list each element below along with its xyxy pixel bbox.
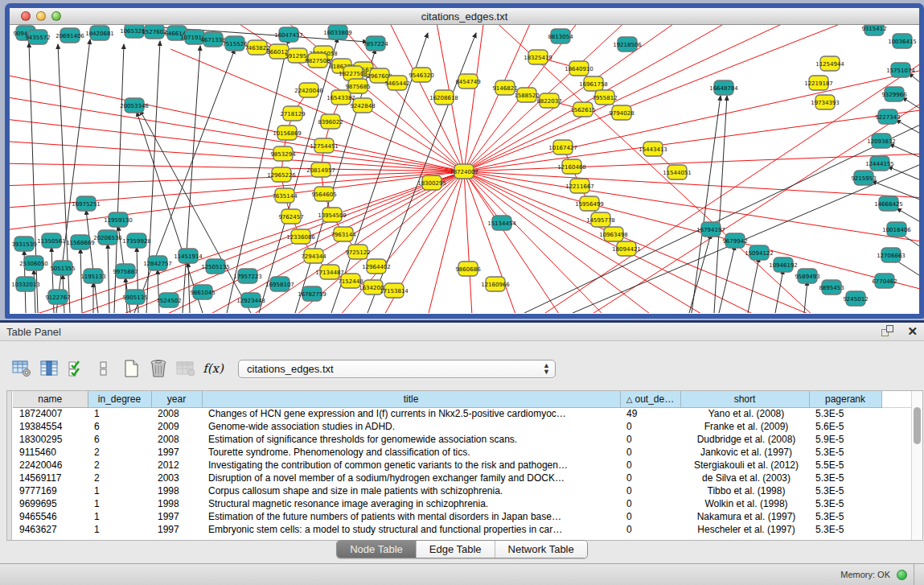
graph-node[interactable]: 9853294 <box>270 146 296 161</box>
graph-node[interactable]: 9762457 <box>278 209 303 224</box>
table-row[interactable]: 2242004622012Investigating the contribut… <box>13 459 918 472</box>
column-select-icon[interactable] <box>35 356 63 381</box>
graph-node[interactable]: 9227343 <box>875 109 900 124</box>
column-header-name[interactable]: name <box>13 391 88 407</box>
graph-node[interactable]: 12093832 <box>867 134 896 148</box>
graph-node[interactable]: 10036415 <box>888 34 917 48</box>
graph-node[interactable]: 19734393 <box>811 95 840 109</box>
graph-node[interactable]: 12219187 <box>804 76 833 90</box>
graph-node[interactable]: 9546320 <box>409 68 433 82</box>
graph-node[interactable]: 8895453 <box>819 280 844 295</box>
table-row[interactable]: 969969511998Structural magnetic resonanc… <box>13 497 918 510</box>
graph-node[interactable]: 18094421 <box>612 241 641 256</box>
graph-node[interactable]: 8396022 <box>318 114 343 129</box>
graph-node[interactable]: 8822037 <box>536 93 561 108</box>
network-canvas[interactable]: 9094428 9435572 20691406 18420681 106532… <box>10 25 919 313</box>
graph-node[interactable]: 12160468 <box>557 159 586 174</box>
graph-node[interactable]: 7515526 <box>222 36 248 51</box>
graph-node[interactable]: 7955812 <box>592 90 617 105</box>
graph-node[interactable]: 22420046 <box>294 83 323 97</box>
graph-node[interactable]: 10167427 <box>548 140 577 154</box>
graph-node[interactable]: 8454749 <box>455 74 480 89</box>
graph-node[interactable]: 15134454 <box>487 216 516 230</box>
graph-node[interactable]: 5051355 <box>50 261 75 275</box>
table-row[interactable]: 1938455462009Genome-wide association stu… <box>13 420 918 433</box>
float-panel-icon[interactable] <box>881 325 896 338</box>
graph-node[interactable]: 16033809 <box>323 25 352 39</box>
graph-node[interactable]: 2718129 <box>280 106 305 121</box>
table-row[interactable]: 911546021997Tourette syndrome. Phenomeno… <box>13 446 918 459</box>
graph-node[interactable]: 9329966 <box>881 87 907 101</box>
graph-node[interactable]: 18300295 <box>417 175 446 190</box>
graph-node[interactable]: 1195133 <box>80 269 105 283</box>
graph-node[interactable]: 7294344 <box>301 249 326 263</box>
table-mode-icon[interactable] <box>8 356 35 381</box>
graph-node[interactable]: 16782759 <box>298 286 326 301</box>
graph-node[interactable]: 10018406 <box>882 222 911 237</box>
column-header-year[interactable]: year <box>151 391 202 407</box>
graph-node[interactable]: 9975887 <box>113 264 138 278</box>
tab-network-table[interactable]: Network Table <box>495 541 587 558</box>
new-column-icon[interactable] <box>117 356 145 381</box>
graph-node[interactable]: 6770462 <box>872 274 897 288</box>
graph-node[interactable]: 9861045 <box>190 285 215 299</box>
graph-node[interactable]: 15094122 <box>745 245 774 260</box>
graph-node[interactable]: 17134487 <box>315 265 344 279</box>
graph-node[interactable]: 20814957 <box>306 163 335 177</box>
graph-node[interactable]: 10332013 <box>11 277 40 291</box>
graph-node[interactable]: 9315412 <box>861 25 886 35</box>
graph-node[interactable]: 12965226 <box>267 167 296 182</box>
close-panel-icon[interactable]: ✕ <box>907 325 918 338</box>
graph-node[interactable]: 12160966 <box>481 277 510 291</box>
graph-node[interactable]: 20691406 <box>55 28 84 43</box>
graph-node[interactable]: 16047437 <box>274 27 303 42</box>
window-titlebar[interactable]: citations_edges.txt <box>10 8 919 25</box>
table-selector-dropdown[interactable]: citations_edges.txt ▲▼ <box>238 360 556 378</box>
graph-node[interactable]: 11350561 <box>37 233 66 248</box>
table-row[interactable]: 946362711997Embryonic stem cells: a mode… <box>13 523 918 536</box>
delete-table-icon[interactable] <box>172 356 199 381</box>
row-height-icon[interactable] <box>90 356 117 381</box>
graph-node[interactable]: 13954509 <box>318 208 347 222</box>
graph-node[interactable]: 16208618 <box>429 90 458 105</box>
graph-node[interactable]: 9589493 <box>795 269 819 283</box>
column-header-short[interactable]: short <box>680 391 809 407</box>
graph-node[interactable]: 12706663 <box>877 248 906 262</box>
graph-node[interactable]: 9564605 <box>311 187 336 201</box>
tab-node-table[interactable]: Node Table <box>337 541 417 558</box>
graph-node[interactable]: 1588520 <box>514 88 539 102</box>
graph-node[interactable]: 14668425 <box>874 196 903 211</box>
graph-node[interactable]: 16975251 <box>72 196 101 211</box>
graph-node[interactable]: 16961758 <box>579 76 608 91</box>
column-header-out_de…[interactable]: △out_de… <box>620 391 680 407</box>
graph-node[interactable]: 17359928 <box>122 233 151 248</box>
graph-node[interactable]: 17957223 <box>233 269 262 283</box>
graph-node[interactable]: 9245012 <box>843 291 868 306</box>
graph-node[interactable]: 8813054 <box>548 29 573 43</box>
graph-node[interactable]: 14595778 <box>586 212 615 227</box>
graph-node[interactable]: 20206536 <box>93 230 122 245</box>
table-row[interactable]: 1830029562008Estimation of significance … <box>13 433 918 446</box>
column-header-pagerank[interactable]: pagerank <box>809 391 881 407</box>
graph-node[interactable]: 11451914 <box>174 249 203 263</box>
graph-node[interactable]: 5465442 <box>384 76 409 90</box>
graph-node[interactable]: 1562615 <box>570 102 595 117</box>
graph-node[interactable]: 12842757 <box>143 256 172 270</box>
graph-node[interactable]: 10156869 <box>273 126 302 140</box>
table-row[interactable]: 1456911722003Disruption of a novel membe… <box>13 472 918 484</box>
graph-node[interactable]: 9435572 <box>25 30 50 44</box>
graph-node[interactable]: 11254944 <box>815 56 844 71</box>
graph-node[interactable]: 9215953 <box>851 171 876 185</box>
graph-node[interactable]: 16794197 <box>696 222 725 237</box>
graph-node[interactable]: 7635144 <box>272 188 298 203</box>
graph-node[interactable]: 16958107 <box>265 277 294 291</box>
graph-node[interactable]: 7524502 <box>156 293 181 307</box>
graph-node[interactable]: 3931539 <box>11 237 36 251</box>
graph-node[interactable]: 12336086 <box>286 229 315 244</box>
graph-node[interactable]: 16648784 <box>709 80 738 95</box>
graph-node[interactable]: 1527602 <box>142 25 166 39</box>
graph-node[interactable]: 9794028 <box>609 105 634 120</box>
table-scrollbar[interactable] <box>911 391 922 540</box>
graph-node[interactable]: 25306050 <box>19 256 48 270</box>
table-row[interactable]: 977716911998Corpus callosum shape and si… <box>13 484 918 497</box>
